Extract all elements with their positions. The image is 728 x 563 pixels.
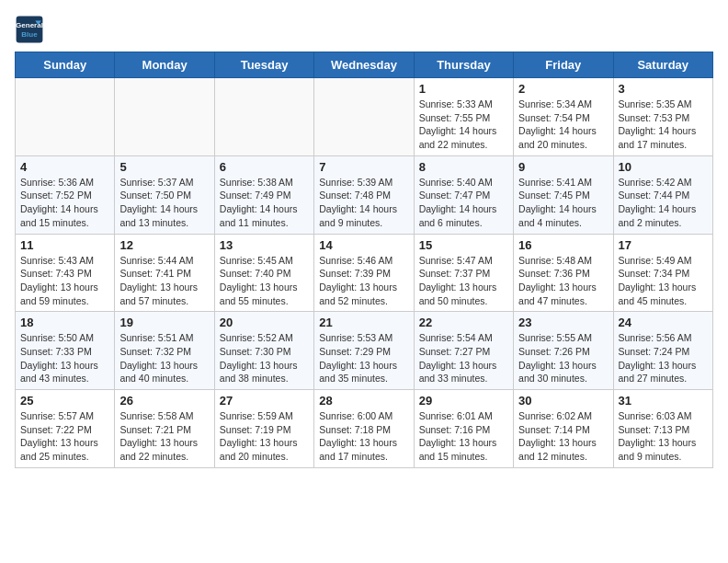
day-info: Sunrise: 5:41 AMSunset: 7:45 PMDaylight:… [518,176,608,230]
day-info: Sunrise: 5:35 AMSunset: 7:53 PMDaylight:… [619,98,708,152]
day-info: Sunrise: 5:55 AMSunset: 7:26 PMDaylight:… [518,331,608,385]
calendar-cell: 18Sunrise: 5:50 AMSunset: 7:33 PMDayligh… [16,312,115,390]
calendar-cell: 15Sunrise: 5:47 AMSunset: 7:37 PMDayligh… [414,234,513,312]
calendar-cell: 16Sunrise: 5:48 AMSunset: 7:36 PMDayligh… [514,234,613,312]
day-info: Sunrise: 5:38 AMSunset: 7:49 PMDaylight:… [220,176,309,230]
day-number: 3 [619,82,708,96]
day-info: Sunrise: 5:39 AMSunset: 7:48 PMDaylight:… [319,176,408,230]
day-info: Sunrise: 5:37 AMSunset: 7:50 PMDaylight:… [119,176,209,230]
week-row-5: 25Sunrise: 5:57 AMSunset: 7:22 PMDayligh… [16,390,713,468]
day-info: Sunrise: 5:50 AMSunset: 7:33 PMDaylight:… [20,331,109,385]
day-info: Sunrise: 5:54 AMSunset: 7:27 PMDaylight:… [419,331,508,385]
day-info: Sunrise: 6:00 AMSunset: 7:18 PMDaylight:… [319,409,408,464]
week-row-2: 4Sunrise: 5:36 AMSunset: 7:52 PMDaylight… [16,155,713,234]
day-header-saturday: Saturday [613,52,712,78]
day-info: Sunrise: 5:42 AMSunset: 7:44 PMDaylight:… [619,176,708,230]
calendar-cell: 22Sunrise: 5:54 AMSunset: 7:27 PMDayligh… [414,312,513,390]
day-number: 18 [20,316,109,329]
day-info: Sunrise: 5:57 AMSunset: 7:22 PMDaylight:… [20,409,109,464]
day-info: Sunrise: 5:53 AMSunset: 7:29 PMDaylight:… [319,331,408,385]
svg-text:Blue: Blue [21,30,38,39]
day-number: 28 [319,394,408,408]
day-number: 8 [419,160,508,174]
day-info: Sunrise: 5:51 AMSunset: 7:32 PMDaylight:… [119,331,209,385]
calendar-cell: 4Sunrise: 5:36 AMSunset: 7:52 PMDaylight… [16,155,115,234]
day-number: 20 [220,316,309,329]
day-number: 23 [518,316,608,329]
day-info: Sunrise: 5:34 AMSunset: 7:54 PMDaylight:… [518,98,608,152]
calendar-cell: 14Sunrise: 5:46 AMSunset: 7:39 PMDayligh… [314,234,414,312]
day-info: Sunrise: 5:56 AMSunset: 7:24 PMDaylight:… [619,331,708,385]
calendar-cell: 9Sunrise: 5:41 AMSunset: 7:45 PMDaylight… [514,155,613,234]
day-number: 1 [419,82,508,96]
logo-icon: General Blue [15,15,44,44]
calendar-cell [314,78,414,156]
day-number: 24 [619,316,708,329]
day-number: 11 [20,238,109,252]
day-number: 10 [619,160,708,174]
day-info: Sunrise: 5:36 AMSunset: 7:52 PMDaylight:… [20,176,109,230]
day-number: 25 [20,394,109,408]
day-number: 31 [619,394,708,408]
day-header-tuesday: Tuesday [214,52,313,78]
header-row: SundayMondayTuesdayWednesdayThursdayFrid… [16,52,713,78]
day-info: Sunrise: 5:46 AMSunset: 7:39 PMDaylight:… [319,254,408,308]
day-info: Sunrise: 5:44 AMSunset: 7:41 PMDaylight:… [119,254,209,308]
calendar-cell: 20Sunrise: 5:52 AMSunset: 7:30 PMDayligh… [214,312,313,390]
day-header-friday: Friday [514,52,613,78]
week-row-3: 11Sunrise: 5:43 AMSunset: 7:43 PMDayligh… [16,234,713,312]
day-number: 22 [419,316,508,329]
day-info: Sunrise: 5:52 AMSunset: 7:30 PMDaylight:… [220,331,309,385]
calendar-cell: 7Sunrise: 5:39 AMSunset: 7:48 PMDaylight… [314,155,414,234]
day-number: 2 [518,82,608,96]
calendar-cell: 10Sunrise: 5:42 AMSunset: 7:44 PMDayligh… [613,155,712,234]
calendar-cell: 6Sunrise: 5:38 AMSunset: 7:49 PMDaylight… [214,155,313,234]
calendar-cell: 8Sunrise: 5:40 AMSunset: 7:47 PMDaylight… [414,155,513,234]
day-header-monday: Monday [115,52,214,78]
week-row-4: 18Sunrise: 5:50 AMSunset: 7:33 PMDayligh… [16,312,713,390]
calendar-cell: 3Sunrise: 5:35 AMSunset: 7:53 PMDaylight… [613,78,712,156]
day-number: 26 [119,394,209,408]
day-number: 27 [220,394,309,408]
day-number: 12 [119,238,209,252]
day-info: Sunrise: 5:47 AMSunset: 7:37 PMDaylight:… [419,254,508,308]
calendar-cell: 2Sunrise: 5:34 AMSunset: 7:54 PMDaylight… [514,78,613,156]
week-row-1: 1Sunrise: 5:33 AMSunset: 7:55 PMDaylight… [16,78,713,156]
calendar-cell: 25Sunrise: 5:57 AMSunset: 7:22 PMDayligh… [16,390,115,468]
day-number: 5 [119,160,209,174]
day-header-wednesday: Wednesday [314,52,414,78]
day-info: Sunrise: 5:45 AMSunset: 7:40 PMDaylight:… [220,254,309,308]
day-number: 13 [220,238,309,252]
calendar-cell: 21Sunrise: 5:53 AMSunset: 7:29 PMDayligh… [314,312,414,390]
day-number: 19 [119,316,209,329]
calendar-cell: 26Sunrise: 5:58 AMSunset: 7:21 PMDayligh… [115,390,214,468]
day-number: 17 [619,238,708,252]
day-info: Sunrise: 5:33 AMSunset: 7:55 PMDaylight:… [419,98,508,152]
day-number: 9 [518,160,608,174]
day-number: 30 [518,394,608,408]
calendar-cell: 24Sunrise: 5:56 AMSunset: 7:24 PMDayligh… [613,312,712,390]
calendar-cell [115,78,214,156]
day-info: Sunrise: 6:02 AMSunset: 7:14 PMDaylight:… [518,409,608,464]
calendar-cell: 5Sunrise: 5:37 AMSunset: 7:50 PMDaylight… [115,155,214,234]
day-info: Sunrise: 5:59 AMSunset: 7:19 PMDaylight:… [220,409,309,464]
calendar-cell: 13Sunrise: 5:45 AMSunset: 7:40 PMDayligh… [214,234,313,312]
day-header-thursday: Thursday [414,52,513,78]
day-info: Sunrise: 5:43 AMSunset: 7:43 PMDaylight:… [20,254,109,308]
day-number: 14 [319,238,408,252]
day-info: Sunrise: 6:03 AMSunset: 7:13 PMDaylight:… [619,409,708,464]
calendar-cell: 23Sunrise: 5:55 AMSunset: 7:26 PMDayligh… [514,312,613,390]
day-number: 4 [20,160,109,174]
header: General Blue [15,15,713,44]
calendar-cell: 11Sunrise: 5:43 AMSunset: 7:43 PMDayligh… [16,234,115,312]
day-number: 6 [220,160,309,174]
calendar-cell: 1Sunrise: 5:33 AMSunset: 7:55 PMDaylight… [414,78,513,156]
day-number: 16 [518,238,608,252]
calendar-cell: 12Sunrise: 5:44 AMSunset: 7:41 PMDayligh… [115,234,214,312]
day-number: 21 [319,316,408,329]
calendar-cell: 30Sunrise: 6:02 AMSunset: 7:14 PMDayligh… [514,390,613,468]
day-info: Sunrise: 5:48 AMSunset: 7:36 PMDaylight:… [518,254,608,308]
calendar-cell: 31Sunrise: 6:03 AMSunset: 7:13 PMDayligh… [613,390,712,468]
calendar-cell: 27Sunrise: 5:59 AMSunset: 7:19 PMDayligh… [214,390,313,468]
calendar-cell: 17Sunrise: 5:49 AMSunset: 7:34 PMDayligh… [613,234,712,312]
